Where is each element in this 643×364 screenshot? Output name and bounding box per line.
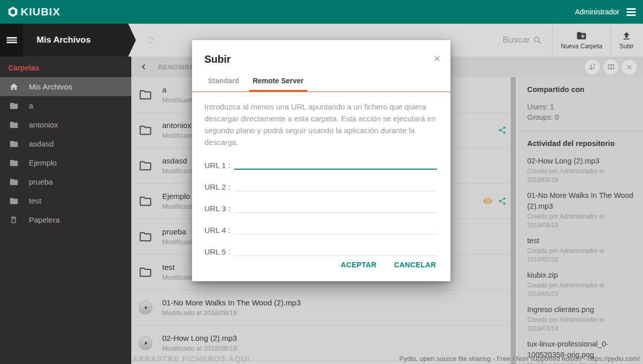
new-folder-icon xyxy=(576,30,587,41)
sidebar-item-a[interactable]: a xyxy=(0,96,131,115)
file-name: prueba xyxy=(162,227,195,236)
upload-button[interactable]: Subir xyxy=(611,24,643,57)
folders-section-label: Carpetas xyxy=(0,57,131,77)
sidebar-item-test[interactable]: test xyxy=(0,191,131,210)
kiubix-hexagon-icon xyxy=(7,6,19,17)
sidebar-item-ejemplo[interactable]: Ejemplo xyxy=(0,153,131,172)
accept-button[interactable]: ACEPTAR xyxy=(335,257,383,273)
folder-icon xyxy=(9,139,20,149)
workspace-title: Mis Archivos xyxy=(37,35,91,45)
url-input-5[interactable] xyxy=(234,245,437,256)
svg-text:A: A xyxy=(593,63,595,66)
url-label-1: URL 1 : xyxy=(204,161,234,170)
file-name: asdasd xyxy=(162,156,195,165)
close-icon xyxy=(625,63,633,71)
share-icon[interactable] xyxy=(498,126,507,135)
activity-item-title: 02-How Long (2).mp3 xyxy=(527,156,636,167)
modal-tabs: StandardRemote Server xyxy=(192,77,450,92)
upload-modal: Subir StandardRemote Server Introduzca a… xyxy=(192,40,450,281)
folder-outline-icon xyxy=(138,230,154,244)
folder-outline-icon xyxy=(138,194,154,208)
cancel-button[interactable]: CANCELAR xyxy=(388,257,442,273)
new-folder-label: Nueva Carpeta xyxy=(561,43,602,50)
sidebar-item-label: antoniox xyxy=(29,120,58,129)
folder-outline-icon xyxy=(138,88,154,102)
sidebar-item-antoniox[interactable]: antoniox xyxy=(0,115,131,134)
file-row-01-no-more-walks-in-the-wood-2-mp3[interactable]: 01-No More Walks In The Wood (2).mp3Modi… xyxy=(131,290,511,325)
file-name: test xyxy=(162,263,195,271)
shared-with-title: Compartido con xyxy=(527,85,636,94)
info-panel: Compartido con Users: 1 Groups: 0 Activi… xyxy=(518,77,643,364)
url-input-2[interactable] xyxy=(234,180,437,191)
activity-item-desc: Creado por Administrador el 2018/05/23 xyxy=(527,281,636,299)
folders-sidebar: Carpetas Mis ArchivosaantonioxasdasdEjem… xyxy=(0,57,131,364)
columns-icon xyxy=(607,63,615,71)
app-logo: KIUBIX xyxy=(7,6,60,18)
file-modified-date: Modificado xyxy=(162,132,195,139)
sidebar-item-label: prueba xyxy=(29,177,53,186)
activity-item-title: test xyxy=(527,235,636,246)
trash-icon xyxy=(9,215,20,224)
upload-icon xyxy=(621,31,632,41)
url-input-1[interactable] xyxy=(234,159,437,170)
sidebar-toggle-button[interactable] xyxy=(0,24,23,57)
modal-description: Introduzca al menos una URL apuntando a … xyxy=(204,101,437,148)
shared-users-count: Users: 1 xyxy=(527,102,636,112)
file-modified-date: Modificado xyxy=(162,96,195,104)
url-field-row-5: URL 5 : xyxy=(204,245,437,256)
column-view-button[interactable] xyxy=(603,60,618,75)
upload-label: Subir xyxy=(619,43,634,50)
tab-remote-server[interactable]: Remote Server xyxy=(249,77,307,92)
app-logo-text: KIUBIX xyxy=(21,6,60,18)
url-label-2: URL 2 : xyxy=(204,183,234,191)
modal-title: Subir xyxy=(204,53,438,65)
shared-groups-count: Groups: 0 xyxy=(527,112,636,122)
close-panel-button[interactable] xyxy=(622,60,637,75)
user-label[interactable]: Administrador xyxy=(575,8,619,16)
activity-title: Actividad del repositorio xyxy=(527,139,636,148)
refresh-icon[interactable] xyxy=(146,35,156,45)
url-input-4[interactable] xyxy=(234,224,437,234)
file-name: Ejemplo xyxy=(162,192,195,201)
activity-item-ingreso-clientes-png[interactable]: Ingreso clientes.pngCreado por Administr… xyxy=(527,304,636,333)
url-field-row-4: URL 4 : xyxy=(204,223,437,234)
vertical-scrollbar[interactable] xyxy=(511,77,516,364)
sidebar-item-papelera[interactable]: Papelera xyxy=(0,210,131,229)
tab-standard[interactable]: Standard xyxy=(204,77,243,92)
activity-item-02-how-long-2-mp3[interactable]: 02-How Long (2).mp3Creado por Administra… xyxy=(527,156,636,185)
activity-item-kiubix-zip[interactable]: kiubix.zipCreado por Administrador el 20… xyxy=(527,270,636,299)
back-icon[interactable] xyxy=(138,62,149,72)
search-label: Buscar xyxy=(502,35,530,45)
activity-item-desc: Creada por Administrador el 2018/07/18 xyxy=(527,247,636,264)
app-bar: KIUBIX Administrador xyxy=(0,0,643,24)
url-label-4: URL 4 : xyxy=(204,226,234,234)
folder-outline-icon xyxy=(138,159,154,173)
file-name: antoniox xyxy=(162,121,195,130)
file-name: a xyxy=(162,85,195,94)
activity-item-01-no-more-walks-in-the-wood-2-mp3[interactable]: 01-No More Walks In The Wood (2).mp3Crea… xyxy=(527,190,636,230)
folder-outline-icon xyxy=(138,123,154,137)
sidebar-item-prueba[interactable]: prueba xyxy=(0,172,131,191)
svg-text:Z: Z xyxy=(593,67,595,70)
url-label-3: URL 3 : xyxy=(204,204,234,213)
sort-button[interactable]: AZ xyxy=(585,60,600,75)
user-menu-icon[interactable] xyxy=(627,8,636,16)
folder-icon xyxy=(9,120,20,130)
workspace-header: Mis Archivos xyxy=(0,24,136,57)
sidebar-item-asdasd[interactable]: asdasd xyxy=(0,134,131,153)
sidebar-item-mis-archivos[interactable]: Mis Archivos xyxy=(0,77,131,96)
pydio-footer-note: Pydio, open source file sharing - Free /… xyxy=(399,355,640,362)
file-modified-date: Modificado xyxy=(162,238,195,246)
sidebar-item-label: Mis Archivos xyxy=(29,82,72,91)
sidebar-item-label: test xyxy=(29,196,41,205)
file-modified-date: Modificado xyxy=(162,203,195,210)
new-folder-button[interactable]: Nueva Carpeta xyxy=(552,24,611,57)
watch-eye-icon[interactable] xyxy=(483,196,493,206)
folder-outline-icon xyxy=(138,265,154,279)
activity-item-test[interactable]: testCreada por Administrador el 2018/07/… xyxy=(527,235,636,264)
share-icon[interactable] xyxy=(498,197,507,206)
activity-item-title: 01-No More Walks In The Wood (2).mp3 xyxy=(527,190,636,212)
url-input-3[interactable] xyxy=(234,202,437,213)
search-button[interactable]: Buscar xyxy=(493,35,552,45)
modal-close-icon[interactable] xyxy=(433,54,441,63)
